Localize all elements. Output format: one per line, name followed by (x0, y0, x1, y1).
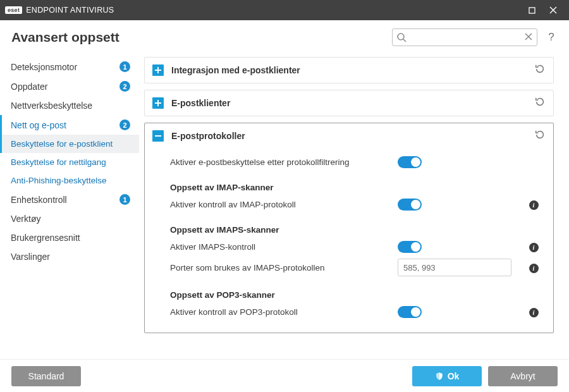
ok-button[interactable]: Ok (412, 366, 482, 386)
product-name: ENDPOINT ANTIVIRUS (26, 6, 114, 15)
row-imaps-ports: Porter som brukes av IMAPS-protokollen i (145, 256, 553, 279)
panel-body-protocols: Aktiver e-postbeskyttelse etter protokol… (145, 149, 553, 333)
reset-icon[interactable] (534, 129, 546, 143)
close-icon (549, 6, 557, 14)
sidebar-item-enhetskontroll[interactable]: Enhetskontroll 1 (0, 190, 139, 209)
sidebar-item-label: Beskyttelse for nettilgang (11, 157, 130, 167)
expand-icon (152, 97, 164, 109)
section-heading: Oppsett av POP3-skanner (170, 281, 389, 300)
sidebar-item-varslinger[interactable]: Varslinger (0, 247, 139, 266)
sidebar-item-oppdater[interactable]: Oppdater 2 (0, 77, 139, 96)
row-pop3-enable: Aktiver kontroll av POP3-protokoll i (145, 302, 553, 321)
info-icon[interactable]: i (529, 264, 539, 273)
panel-integration: Integrasjon med e-postklienter (144, 57, 554, 83)
sidebar-item-beskyttelse-epostklient[interactable]: Beskyttelse for e-postklient (0, 135, 139, 153)
sidebar-item-label: Enhetskontroll (11, 195, 114, 205)
sidebar-item-brukergrensesnitt[interactable]: Brukergrensesnitt (0, 228, 139, 247)
window-maximize-button[interactable] (521, 0, 542, 20)
svg-rect-0 (529, 8, 535, 13)
brand: eset ENDPOINT ANTIVIRUS (5, 6, 114, 15)
row-label: Aktiver kontroll av POP3-protokoll (170, 307, 389, 317)
panel-header-protocols[interactable]: E-postprotokoller (145, 123, 553, 149)
default-button[interactable]: Standard (11, 366, 81, 386)
panel-protocols: E-postprotokoller Aktiver e-postbeskytte… (144, 123, 554, 333)
main-panel: Integrasjon med e-postklienter E-postkli… (139, 51, 569, 359)
section-heading: Oppsett av IMAP-skanner (170, 174, 389, 192)
sidebar-item-label: Verktøy (11, 214, 130, 224)
input-imaps-ports[interactable] (398, 259, 511, 276)
sidebar-item-anti-phishing[interactable]: Anti-Phishing-beskyttelse (0, 171, 139, 190)
button-label: Ok (448, 371, 460, 381)
row-label: Aktiver IMAPS-kontroll (170, 242, 389, 252)
collapse-icon (152, 130, 164, 142)
scroll-area[interactable]: Integrasjon med e-postklienter E-postkli… (144, 57, 558, 359)
sidebar-item-label: Brukergrensesnitt (11, 233, 130, 243)
section-heading: Oppsett av IMAPS-skanner (170, 216, 389, 235)
row-label: Porter som brukes av IMAPS-protokollen (170, 263, 389, 273)
page-title: Avansert oppsett (11, 30, 384, 45)
sidebar-item-deteksjonsmotor[interactable]: Deteksjonsmotor 1 (0, 57, 139, 77)
sidebar-item-label: Oppdater (11, 82, 114, 92)
badge: 1 (119, 194, 130, 205)
row-pop3-heading: Oppsett av POP3-skanner (145, 279, 553, 302)
svg-line-4 (403, 39, 406, 42)
panel-header-integration[interactable]: Integrasjon med e-postklienter (145, 58, 553, 83)
shield-icon (435, 372, 444, 381)
button-label: Avbryt (510, 371, 535, 381)
window-close-button[interactable] (542, 0, 564, 20)
search-field-wrap[interactable] (392, 28, 537, 46)
row-label: Aktiver kontroll av IMAP-protokoll (170, 200, 389, 209)
header-row: Avansert oppsett ? (0, 20, 569, 51)
sidebar-item-label: Anti-Phishing-beskyttelse (11, 176, 130, 185)
sidebar-item-nett-og-epost[interactable]: Nett og e-post 2 (0, 115, 139, 135)
info-icon[interactable]: i (529, 308, 539, 317)
toggle-imap-enable[interactable] (398, 199, 422, 211)
sidebar-item-label: Deteksjonsmotor (11, 62, 114, 72)
titlebar: eset ENDPOINT ANTIVIRUS (0, 0, 569, 20)
panel-title: E-postklienter (171, 98, 527, 108)
row-imap-heading: Oppsett av IMAP-skanner (145, 171, 553, 195)
sidebar-item-nettverksbeskyttelse[interactable]: Nettverksbeskyttelse (0, 96, 139, 115)
search-icon (396, 32, 407, 45)
sidebar-item-label: Beskyttelse for e-postklient (11, 139, 130, 149)
sidebar: Deteksjonsmotor 1 Oppdater 2 Nettverksbe… (0, 51, 139, 359)
badge: 2 (119, 81, 130, 92)
sidebar-item-label: Nettverksbeskyttelse (11, 101, 130, 111)
row-enable-protocol-filter: Aktiver e-postbeskyttelse etter protokol… (145, 152, 553, 171)
help-button[interactable]: ? (545, 31, 558, 44)
panel-title: E-postprotokoller (171, 131, 527, 141)
brand-logo: eset (5, 6, 22, 14)
button-label: Standard (28, 371, 64, 381)
reset-icon[interactable] (534, 96, 546, 110)
cancel-button[interactable]: Avbryt (488, 366, 558, 386)
sidebar-item-verktoy[interactable]: Verktøy (0, 209, 139, 228)
panel-title: Integrasjon med e-postklienter (171, 65, 527, 75)
toggle-pop3-enable[interactable] (398, 306, 422, 318)
badge: 2 (119, 119, 130, 130)
sidebar-item-label: Nett og e-post (11, 120, 114, 130)
panel-clients: E-postklienter (144, 90, 554, 116)
maximize-icon (529, 7, 535, 14)
panel-header-clients[interactable]: E-postklienter (145, 90, 553, 116)
toggle-enable-protocol-filter[interactable] (398, 156, 422, 168)
search-input[interactable] (393, 29, 537, 46)
badge: 1 (119, 61, 130, 72)
row-imaps-heading: Oppsett av IMAPS-skanner (145, 214, 553, 237)
info-icon[interactable]: i (529, 243, 539, 252)
info-icon[interactable]: i (529, 200, 539, 210)
reset-icon[interactable] (534, 63, 546, 77)
footer: Standard Ok Avbryt (0, 359, 569, 392)
toggle-imaps-enable[interactable] (398, 241, 422, 253)
expand-icon (152, 64, 164, 76)
row-imaps-enable: Aktiver IMAPS-kontroll i (145, 237, 553, 256)
row-imap-enable: Aktiver kontroll av IMAP-protokoll i (145, 195, 553, 214)
clear-search-icon[interactable] (524, 32, 533, 44)
svg-point-3 (398, 34, 404, 40)
sidebar-item-beskyttelse-nettilgang[interactable]: Beskyttelse for nettilgang (0, 153, 139, 171)
sidebar-item-label: Varslinger (11, 252, 130, 262)
row-label: Aktiver e-postbeskyttelse etter protokol… (170, 157, 389, 167)
